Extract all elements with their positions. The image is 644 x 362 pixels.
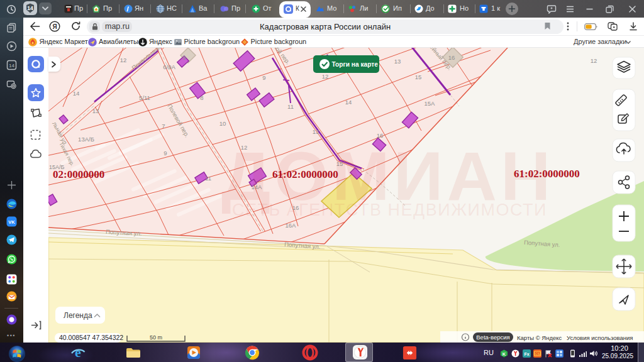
svg-text:14: 14 xyxy=(345,99,352,106)
svg-text:14: 14 xyxy=(27,5,33,11)
svg-text:13А/Б: 13А/Б xyxy=(78,136,94,143)
svg-text:8: 8 xyxy=(200,94,203,101)
svg-text:13: 13 xyxy=(394,58,401,65)
svg-text:40.008547 47.354322: 40.008547 47.354322 xyxy=(59,334,123,341)
svg-text:CS: CS xyxy=(535,352,540,356)
svg-text:61:02:0000000: 61:02:0000000 xyxy=(514,168,580,180)
svg-text:13: 13 xyxy=(313,128,319,135)
svg-text:11: 11 xyxy=(287,103,294,110)
svg-text:9: 9 xyxy=(164,150,167,156)
svg-text:16А: 16А xyxy=(286,222,297,229)
svg-text:02:0000000: 02:0000000 xyxy=(53,168,104,180)
svg-text:16: 16 xyxy=(448,54,455,61)
svg-text:12: 12 xyxy=(322,73,329,80)
svg-text:9: 9 xyxy=(182,54,186,61)
svg-text:10: 10 xyxy=(219,120,226,127)
svg-text:12: 12 xyxy=(591,57,597,64)
svg-text:61:02:0000000: 61:02:0000000 xyxy=(272,168,338,180)
svg-text:Условия использования: Условия использования xyxy=(567,334,633,341)
svg-text:9: 9 xyxy=(262,74,265,81)
svg-text:VK: VK xyxy=(8,219,15,224)
svg-text:11: 11 xyxy=(205,175,211,182)
svg-text:14: 14 xyxy=(73,90,80,97)
svg-text:12: 12 xyxy=(120,57,127,63)
svg-text:6/9А: 6/9А xyxy=(163,63,175,70)
svg-text:50 m: 50 m xyxy=(150,334,162,341)
svg-text:Легенда: Легенда xyxy=(64,311,92,320)
svg-text:15: 15 xyxy=(415,74,422,80)
svg-text:15А: 15А xyxy=(425,100,436,107)
svg-text:Beta-версия: Beta-версия xyxy=(476,334,509,341)
svg-text:14: 14 xyxy=(9,62,14,68)
svg-text:СЕТЬ АГЕНТСТВ НЕДВИЖИМОСТИ: СЕТЬ АГЕНТСТВ НЕДВИЖИМОСТИ xyxy=(232,200,547,219)
svg-text:13: 13 xyxy=(92,107,99,114)
svg-text:Торги на карте: Торги на карте xyxy=(332,61,379,68)
svg-text:Я: Я xyxy=(52,23,57,30)
svg-text:Fx: Fx xyxy=(524,352,529,356)
svg-text:Карты © Яндекс: Карты © Яндекс xyxy=(517,334,562,341)
svg-text:e: e xyxy=(75,344,81,360)
svg-text:5/11: 5/11 xyxy=(139,94,150,101)
svg-text:K: K xyxy=(502,351,506,357)
svg-text:7: 7 xyxy=(162,123,165,129)
